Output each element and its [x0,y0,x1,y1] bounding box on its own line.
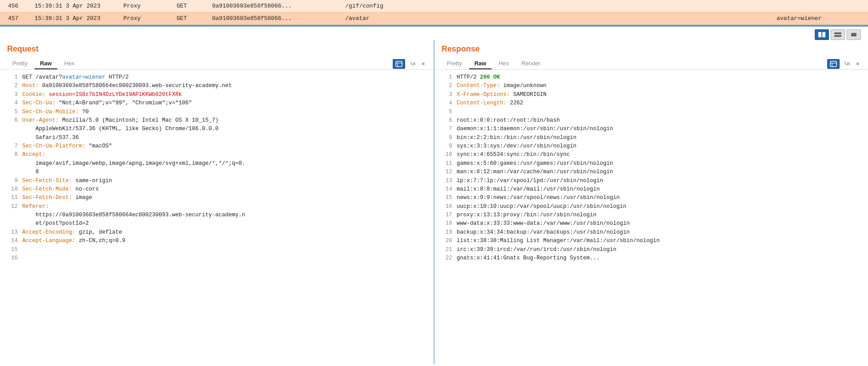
request-line-9: 9 Sec-Fetch-Site: same-origin [7,177,426,185]
layout-split-button[interactable] [815,29,829,40]
request-panel: Request Pretty Raw Hex \n ≡ [0,40,434,364]
request-line-14: 14 Accept-Language: zh-CN,zh;q=0.9 [7,237,426,245]
request-line-15: 15 [7,246,426,254]
response-line-4: 4 Content-Length: 2262 [442,99,861,107]
request-tabs: Pretty Raw Hex \n ≡ [0,56,434,70]
response-line-22: 22 gnats:x:41:41:Gnats Bug-Reporting Sys… [442,254,861,263]
svg-rect-0 [818,32,821,37]
request-line-10: 10 Sec-Fetch-Mode: no-cors [7,185,426,194]
layout-buttons [815,29,861,40]
request-content: 1 GET /avatar?avatar=wiener HTTP/2 2 Hos… [0,70,434,364]
response-line-14: 14 mail:x:8:8:mail:/var/mail:/usr/sbin/n… [442,185,861,194]
row-method: GET [174,14,209,23]
request-line-6: 6 User-Agent: Mozilla/5.0 (Macintosh; In… [7,116,426,142]
tab-response-raw[interactable]: Raw [469,58,492,69]
request-line-4: 4 Sec-Ch-Ua: "Not;A=Brand";v="99", "Chro… [7,99,426,107]
request-menu-icon[interactable]: ≡ [420,60,426,68]
request-line-11: 11 Sec-Fetch-Dest: image [7,194,426,202]
response-line-19: 19 backup:x:34:34:backup:/var/backups:/u… [442,228,861,237]
row-path: /avatar [343,14,774,23]
response-line-7: 7 daemon:x:1:1:daemon:/usr/sbin:/usr/sbi… [442,125,861,133]
response-line-21: 21 irc:x:39:39:ircd:/var/run/ircd:/usr/s… [442,246,861,254]
svg-rect-3 [834,35,841,37]
request-tabs-right: \n ≡ [393,59,426,69]
single-layout-icon [850,32,858,38]
request-line-2: 2 Host: 0a91003603e858f580664ec800230093… [7,82,426,90]
layout-horiz-button[interactable] [831,29,845,40]
row-extra: avatar=wiener [774,14,863,23]
response-panel: Response Pretty Raw Hex Render \n [434,40,868,364]
table-row[interactable]: 457 15:39:31 3 Apr 2023 Proxy GET 0a9100… [0,12,868,25]
request-panel-header: Request [0,40,434,56]
row-hash: 0a91003603e858f58066... [209,14,343,23]
response-panel-header: Response [434,40,868,56]
table-row[interactable]: 456 15:39:31 3 Apr 2023 Proxy GET 0a9100… [0,0,868,12]
response-line-5: 5 [442,108,861,116]
response-line-13: 13 lp:x:7:7:lp:/var/spool/lpd:/usr/sbin/… [442,177,861,185]
top-table-rows: 456 15:39:31 3 Apr 2023 Proxy GET 0a9100… [0,0,868,26]
response-line-6: 6 root:x:0:0:root:/root:/bin/bash [442,116,861,125]
response-line-2: 2 Content-Type: image/unknown [442,82,861,90]
response-line-9: 9 sys:x:3:3:sys:/dev:/usr/sbin/nologin [442,142,861,151]
response-line-12: 12 man:x:6:12:man:/var/cache/man:/usr/sb… [442,168,861,176]
response-line-18: 18 www-data:x:33:33:www-data:/var/www:/u… [442,219,861,228]
horiz-layout-icon [834,32,842,38]
response-tabs: Pretty Raw Hex Render \n ≡ [434,56,868,70]
response-line-8: 8 bin:x:2:2:bin:/bin:/usr/sbin/nologin [442,134,861,142]
response-tabs-right: \n ≡ [827,59,861,69]
response-newline-icon[interactable]: \n [842,60,852,68]
response-line-20: 20 list:x:38:38:Mailing List Manager:/va… [442,237,861,245]
response-line-17: 17 proxy:x:13:13:proxy:/bin:/usr/sbin/no… [442,211,861,219]
response-line-15: 15 news:x:9:9:news:/var/spool/news:/usr/… [442,194,861,202]
row-method: GET [174,2,209,10]
svg-rect-1 [822,32,825,37]
tab-request-hex[interactable]: Hex [59,58,80,69]
row-id: 457 [5,14,32,23]
tab-response-render[interactable]: Render [516,58,546,69]
tab-request-raw[interactable]: Raw [35,58,57,69]
main-panels: Request Pretty Raw Hex \n ≡ [0,40,868,364]
svg-rect-8 [830,61,836,67]
tab-response-hex[interactable]: Hex [493,58,514,69]
response-content: 1 HTTP/2 200 OK 2 Content-Type: image/un… [434,70,868,364]
request-newline-icon[interactable]: \n [408,60,417,68]
request-line-7: 7 Sec-Ch-Ua-Platform: "macOS" [7,142,426,151]
response-menu-icon[interactable]: ≡ [854,60,861,68]
row-time: 15:39:31 3 Apr 2023 [32,2,121,10]
request-line-8: 8 Accept: image/avif,image/webp,image/ap… [7,151,426,176]
row-path: /gif/config [343,2,774,10]
row-source: Proxy [121,14,174,23]
request-line-3: 3 Cookie: session=IS0z7bIN4DzLYDe19APlKK… [7,91,426,99]
row-hash: 0a91003603e858f58066... [209,2,343,10]
response-line-1: 1 HTTP/2 200 OK [442,73,861,82]
response-send-icon[interactable] [827,59,840,69]
request-send-icon[interactable] [393,59,405,69]
request-line-12: 12 Referer: https://0a91003603e858f58066… [7,203,426,228]
request-line-13: 13 Accept-Encoding: gzip, deflate [7,228,426,237]
row-extra [774,5,863,7]
request-line-16: 16 [7,254,426,263]
row-source: Proxy [121,2,174,10]
svg-rect-4 [851,33,856,36]
layout-single-button[interactable] [847,29,861,40]
svg-rect-5 [396,61,402,67]
response-title: Response [442,44,480,54]
tab-request-pretty[interactable]: Pretty [7,58,33,69]
request-title: Request [7,44,39,54]
split-layout-icon [818,32,826,38]
row-id: 456 [5,2,32,10]
svg-rect-2 [834,32,841,34]
response-line-10: 10 sync:x:4:65534:sync:/bin:/bin/sync [442,151,861,159]
request-line-1: 1 GET /avatar?avatar=wiener HTTP/2 [7,73,426,82]
response-line-16: 16 uucp:x:10:10:uucp:/var/spool/uucp:/us… [442,203,861,211]
row-time: 15:39:31 3 Apr 2023 [32,14,121,23]
response-line-3: 3 X-Frame-Options: SAMEORIGIN [442,91,861,99]
tab-response-pretty[interactable]: Pretty [442,58,467,69]
request-line-5: 5 Sec-Ch-Ua-Mobile: ?0 [7,108,426,116]
response-line-11: 11 games:x:5:60:games:/usr/games:/usr/sb… [442,159,861,168]
